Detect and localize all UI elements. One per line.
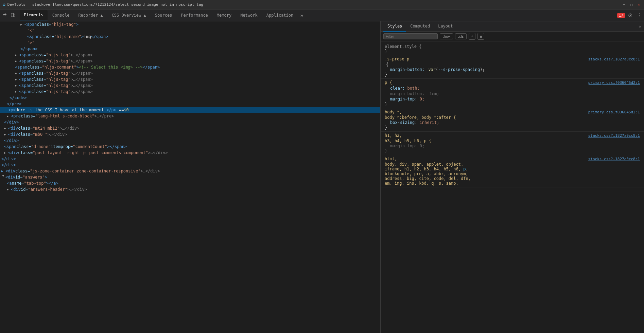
dom-line[interactable]: ▶ <div class= "mt24 mb12" >…</div> xyxy=(0,125,380,131)
dom-line[interactable]: </div> xyxy=(0,156,380,162)
more-options-icon[interactable]: ⋮ xyxy=(636,12,643,19)
expand-triangle[interactable]: ▶ xyxy=(15,84,19,87)
dom-line[interactable]: ▶ <pre class= "lang-html s-code-block" >… xyxy=(0,113,380,119)
settings-icon[interactable] xyxy=(627,12,634,19)
dom-line[interactable]: </span> xyxy=(0,46,380,52)
tab-performance[interactable]: Performance xyxy=(177,10,212,20)
expand-triangle[interactable]: ▶ xyxy=(7,188,11,191)
add-style-button[interactable]: + xyxy=(469,33,475,40)
closing-brace: } xyxy=(385,149,640,153)
html-selector-2: body, div, span, applet, object, xyxy=(385,162,640,167)
expand-triangle[interactable]: ▶ xyxy=(15,78,19,81)
dom-line[interactable]: ">" xyxy=(0,40,380,46)
minimize-button[interactable]: − xyxy=(622,2,626,7)
expand-triangle[interactable]: ▶ xyxy=(4,151,8,154)
dom-line[interactable]: ▶ <div id= "answers-header" >…</div> xyxy=(0,186,380,192)
dom-line[interactable]: ▶ <div class= "mb0 " >…</div> xyxy=(0,131,380,137)
window-controls: − □ × xyxy=(622,2,641,7)
dom-line[interactable]: ▶ <span class= "hljs-tag" >…</span> xyxy=(0,82,380,89)
dom-line[interactable]: ▶ <span class= "hljs-tag" >…</span> xyxy=(0,89,380,95)
filter-input[interactable] xyxy=(383,33,438,39)
dom-line[interactable]: <a name= "tab-top" ></a> xyxy=(0,180,380,186)
style-property: clear: both; xyxy=(385,86,640,91)
expand-triangle[interactable]: ▶ xyxy=(4,127,8,130)
devtools-icon: ⚙ xyxy=(3,2,5,7)
dom-panel[interactable]: ▶ <span class= "hljs-tag" > "<" <span cl… xyxy=(0,21,381,333)
h1-source[interactable]: stacks.css?…1827a0cc8:1 xyxy=(588,133,640,138)
expand-triangle[interactable]: ▶ xyxy=(20,23,24,26)
dom-line[interactable]: <span class= "d-none" itemprop= "comment… xyxy=(0,144,380,150)
html-selector: html, xyxy=(385,156,397,161)
tab-network[interactable]: Network xyxy=(236,10,262,20)
dom-line[interactable]: ▶ <span class= "hljs-tag" >…</span> xyxy=(0,58,380,64)
open-brace: { xyxy=(385,62,640,67)
panel-tab-more[interactable]: » xyxy=(639,24,641,29)
expand-triangle[interactable]: ▶ xyxy=(15,53,19,57)
tab-recorder[interactable]: Recorder ▲ xyxy=(74,10,107,20)
close-button[interactable]: × xyxy=(637,2,641,7)
p-selector: p { xyxy=(385,80,392,85)
html-selector-4: blockquote, pre, a, abbr, acronym, xyxy=(385,171,640,176)
body-star-source[interactable]: primary.css…f036045d2:1 xyxy=(588,110,640,114)
s-prose-selector: .s-prose p xyxy=(385,57,409,61)
p-source[interactable]: primary.css…f036045d2:1 xyxy=(588,80,640,85)
dom-line[interactable]: </div> xyxy=(0,119,380,125)
dom-line[interactable]: </div> xyxy=(0,162,380,168)
dom-line[interactable]: ▶ <span class= "hljs-tag" > xyxy=(0,21,380,27)
expand-triangle[interactable]: ▶ xyxy=(4,133,8,136)
expand-triangle[interactable]: ▶ xyxy=(15,72,19,75)
closing-brace: } xyxy=(385,102,640,107)
hover-button[interactable]: :hov xyxy=(440,33,453,39)
dom-line[interactable]: <span class= "hljs-name" > img </span> xyxy=(0,34,380,40)
expand-triangle[interactable]: ▶ xyxy=(15,59,19,63)
tab-styles[interactable]: Styles xyxy=(383,21,406,32)
dom-line[interactable]: ▶ <span class= "hljs-tag" >…</span> xyxy=(0,52,380,58)
toggle-sidebar-button[interactable]: ⊞ xyxy=(477,33,484,40)
dom-line[interactable]: ▶ <span class= "hljs-tag" >…</span> xyxy=(0,76,380,82)
dom-line-selected[interactable]: ··· <p> Here is the CSS I have at the mo… xyxy=(0,107,380,113)
tab-elements[interactable]: Elements xyxy=(20,10,48,20)
closing-brace: } xyxy=(385,125,640,130)
cls-button[interactable]: .cls xyxy=(455,33,467,39)
error-badge[interactable]: 17 xyxy=(617,13,625,18)
tab-layout[interactable]: Layout xyxy=(434,21,457,32)
dom-line[interactable]: </div> xyxy=(0,137,380,144)
expand-triangle[interactable]: ▶ xyxy=(15,90,19,93)
style-rule-html: html, stacks.css?…1827a0cc8:1 body, div,… xyxy=(381,155,644,187)
dom-tree: ▶ <span class= "hljs-tag" > "<" <span cl… xyxy=(0,21,380,192)
tab-sources[interactable]: Sources xyxy=(151,10,176,20)
tab-css-overview[interactable]: CSS Overview ▲ xyxy=(108,10,150,20)
dom-line[interactable]: "<" xyxy=(0,27,380,34)
style-rule-p: p { primary.css…f036045d2:1 clear: both;… xyxy=(381,79,644,108)
tab-console[interactable]: Console xyxy=(48,10,74,20)
dom-line[interactable]: ▶ <span class= "hljs-tag" >…</span> xyxy=(0,70,380,76)
element-style-selector: element.style { xyxy=(385,44,421,49)
html-selector-6: em, img, ins, kbd, q, s, samp, xyxy=(385,181,640,186)
dom-line[interactable]: ▶ <div id= "answers" > xyxy=(0,174,380,180)
dom-line[interactable]: ▶ <div class= "js-zone-container zone-co… xyxy=(0,168,380,174)
expand-triangle[interactable]: ▶ xyxy=(2,175,5,179)
tab-computed[interactable]: Computed xyxy=(406,21,434,32)
tab-application[interactable]: Application xyxy=(262,10,297,20)
inspect-icon[interactable] xyxy=(1,12,8,19)
maximize-button[interactable]: □ xyxy=(629,2,634,7)
dom-line[interactable]: </pre> xyxy=(0,101,380,107)
expand-triangle[interactable]: ▶ xyxy=(7,114,11,118)
s-prose-source[interactable]: stacks.css?…1827a0cc8:1 xyxy=(588,57,640,61)
style-rule-body-star: body *, primary.css…f036045d2:1 body *:b… xyxy=(381,108,644,132)
svg-rect-0 xyxy=(11,13,14,17)
dom-line[interactable]: </code> xyxy=(0,95,380,101)
html-source[interactable]: stacks.css?…1827a0cc8:1 xyxy=(588,157,640,161)
title-bar: ⚙ DevTools - stackoverflow.com/questions… xyxy=(0,0,644,10)
tab-overflow-button[interactable]: » xyxy=(298,12,306,19)
style-property-strikethrough: margin-bottom: -1em; xyxy=(385,91,640,96)
html-selector-3: iframe, h1, h2, h3, h4, h5, h6, p, xyxy=(385,167,640,171)
expand-triangle[interactable]: ▶ xyxy=(1,169,5,173)
tab-memory[interactable]: Memory xyxy=(213,10,236,20)
dom-line[interactable]: <span class= "hljs-comment" > <!-- Selec… xyxy=(0,64,380,70)
style-property: box-sizing: inherit; xyxy=(385,120,640,125)
dom-line[interactable]: ▶ <div class= "post-layout--right js-pos… xyxy=(0,150,380,156)
device-icon[interactable] xyxy=(10,12,16,19)
panel-tab-bar: Styles Computed Layout » xyxy=(381,21,644,32)
style-rule-s-prose: .s-prose p stacks.css?…1827a0cc8:1 { mar… xyxy=(381,55,644,79)
